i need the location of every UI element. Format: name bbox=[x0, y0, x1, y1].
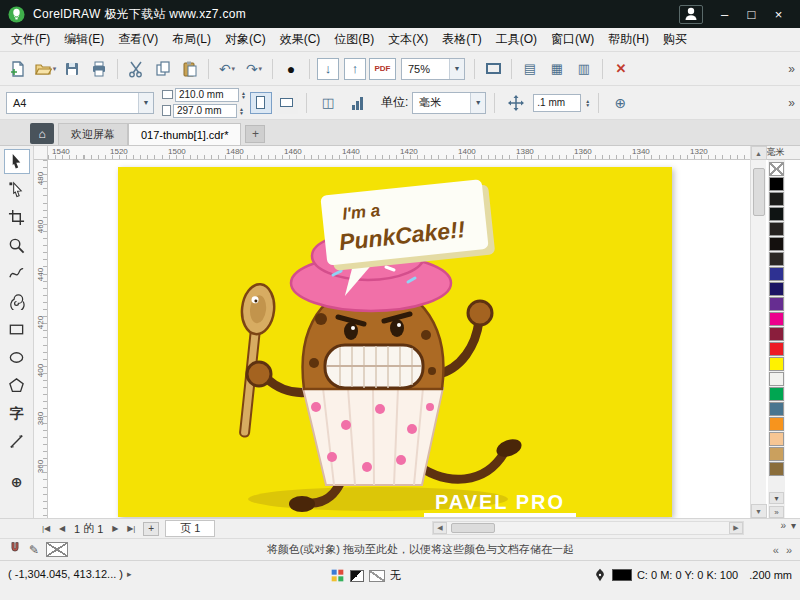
duplicate-distance-button[interactable]: ⊕ bbox=[607, 90, 633, 116]
menu-item-4[interactable]: 布局(L) bbox=[165, 28, 218, 51]
page-height-input[interactable]: 297.0 mm bbox=[173, 104, 237, 118]
next-page-button[interactable]: ▶ bbox=[107, 521, 123, 537]
palette-scroll-down-button[interactable]: ▾ bbox=[769, 492, 784, 504]
page-size-select[interactable]: A4 ▼ bbox=[6, 92, 154, 114]
text-tool[interactable]: 字 bbox=[4, 401, 30, 426]
color-swatch-13[interactable] bbox=[769, 357, 784, 371]
page-height-stepper[interactable]: ▲▼ bbox=[239, 107, 244, 115]
drawing-canvas[interactable]: I'm a PunkCake!! PAVEL PRO bbox=[48, 160, 750, 518]
menu-item-8[interactable]: 文本(X) bbox=[381, 28, 435, 51]
fill-color-icon[interactable] bbox=[350, 570, 364, 582]
export-button[interactable]: ↑ bbox=[342, 56, 368, 82]
import-button[interactable]: ↓ bbox=[315, 56, 341, 82]
cut-button[interactable] bbox=[123, 56, 149, 82]
color-swatch-6[interactable] bbox=[769, 252, 784, 266]
vertical-ruler[interactable]: 480460440420400380360 bbox=[34, 160, 48, 518]
dimension-tool[interactable] bbox=[4, 429, 30, 454]
page-width-input[interactable]: 210.0 mm bbox=[175, 88, 239, 102]
paste-button[interactable] bbox=[177, 56, 203, 82]
menu-item-11[interactable]: 窗口(W) bbox=[544, 28, 601, 51]
color-swatch-1[interactable] bbox=[769, 177, 784, 191]
options-button[interactable]: ✕ bbox=[608, 56, 634, 82]
color-swatch-5[interactable] bbox=[769, 237, 784, 251]
property-bar-overflow-button[interactable]: » bbox=[788, 96, 795, 110]
palette-expand-button[interactable]: » bbox=[769, 506, 784, 518]
no-fill-icon[interactable] bbox=[369, 570, 385, 582]
show-grid-button[interactable]: ▦ bbox=[544, 56, 570, 82]
redo-button[interactable]: ↷▾ bbox=[241, 56, 267, 82]
horizontal-scroll-thumb[interactable] bbox=[451, 523, 495, 533]
vertical-scroll-track[interactable] bbox=[751, 160, 767, 504]
scroll-down-icon[interactable]: ▼ bbox=[751, 504, 767, 518]
color-swatch-11[interactable] bbox=[769, 327, 784, 341]
document-tab-2[interactable]: 017-thumb[1].cdr* bbox=[128, 123, 241, 145]
menu-item-6[interactable]: 效果(C) bbox=[273, 28, 328, 51]
show-guidelines-button[interactable]: ▥ bbox=[571, 56, 597, 82]
color-swatch-8[interactable] bbox=[769, 282, 784, 296]
color-swatch-15[interactable] bbox=[769, 387, 784, 401]
save-button[interactable] bbox=[59, 56, 85, 82]
menu-item-9[interactable]: 表格(T) bbox=[435, 28, 488, 51]
color-swatch-20[interactable] bbox=[769, 462, 784, 476]
color-swatch-16[interactable] bbox=[769, 402, 784, 416]
landscape-button[interactable] bbox=[276, 92, 298, 114]
color-swatch-2[interactable] bbox=[769, 192, 784, 206]
no-color-swatch[interactable] bbox=[769, 162, 784, 176]
all-pages-button[interactable] bbox=[345, 90, 371, 116]
menu-item-13[interactable]: 购买 bbox=[656, 28, 694, 51]
scroll-left-icon[interactable]: ◀ bbox=[433, 522, 447, 534]
color-swatch-14[interactable] bbox=[769, 372, 784, 386]
toolbar-overflow-button[interactable]: » bbox=[788, 62, 795, 76]
pencil-icon[interactable]: ✎ bbox=[29, 543, 39, 557]
vertical-scroll-thumb[interactable] bbox=[753, 168, 765, 216]
account-icon[interactable] bbox=[679, 5, 703, 24]
menu-item-5[interactable]: 对象(C) bbox=[218, 28, 273, 51]
palette-scroll-right-button[interactable]: » bbox=[786, 544, 792, 556]
magnet-icon[interactable] bbox=[8, 541, 22, 558]
color-swatch-10[interactable] bbox=[769, 312, 784, 326]
crop-tool[interactable] bbox=[4, 205, 30, 230]
scroll-right-icon[interactable]: ▶ bbox=[729, 522, 743, 534]
ellipse-tool[interactable] bbox=[4, 345, 30, 370]
zoom-level-select[interactable]: 75% ▼ bbox=[401, 58, 465, 80]
portrait-button[interactable] bbox=[250, 92, 272, 114]
color-swatch-7[interactable] bbox=[769, 267, 784, 281]
undo-button[interactable]: ↶▾ bbox=[214, 56, 240, 82]
menu-item-3[interactable]: 查看(V) bbox=[111, 28, 165, 51]
open-document-button[interactable]: ▾ bbox=[32, 56, 58, 82]
horizontal-scrollbar[interactable]: ◀ ▶ bbox=[432, 521, 744, 535]
current-page-button[interactable]: ◫ bbox=[315, 90, 341, 116]
show-rulers-button[interactable]: ▤ bbox=[517, 56, 543, 82]
color-swatch-3[interactable] bbox=[769, 207, 784, 221]
color-swatch-4[interactable] bbox=[769, 222, 784, 236]
new-tab-button[interactable]: + bbox=[245, 125, 265, 143]
minimize-button[interactable]: – bbox=[711, 3, 738, 25]
color-swatch-17[interactable] bbox=[769, 417, 784, 431]
artwork-image[interactable]: I'm a PunkCake!! PAVEL PRO bbox=[118, 167, 672, 517]
palette-down-button[interactable]: ▾ bbox=[791, 520, 796, 531]
freehand-tool[interactable] bbox=[4, 261, 30, 286]
close-button[interactable]: × bbox=[765, 3, 792, 25]
page-width-stepper[interactable]: ▲▼ bbox=[241, 91, 246, 99]
print-button[interactable] bbox=[86, 56, 112, 82]
menu-item-1[interactable]: 文件(F) bbox=[4, 28, 57, 51]
previous-page-button[interactable]: ◀ bbox=[54, 521, 70, 537]
pen-nib-icon[interactable] bbox=[593, 568, 607, 582]
palette-more-button[interactable]: » bbox=[780, 520, 786, 531]
new-document-button[interactable] bbox=[5, 56, 31, 82]
palette-scroll-left-button[interactable]: « bbox=[773, 544, 779, 556]
first-page-button[interactable]: |◀ bbox=[38, 521, 54, 537]
menu-item-2[interactable]: 编辑(E) bbox=[57, 28, 111, 51]
vertical-scrollbar[interactable]: ▲ ▼ bbox=[750, 146, 766, 518]
welcome-home-button[interactable]: ⌂ bbox=[30, 123, 54, 144]
app-launcher-icon[interactable]: ● bbox=[278, 56, 304, 82]
rectangle-tool[interactable] bbox=[4, 317, 30, 342]
units-select[interactable]: 毫米 ▼ bbox=[412, 92, 486, 114]
menu-item-10[interactable]: 工具(O) bbox=[489, 28, 544, 51]
nudge-stepper[interactable]: ▲▼ bbox=[585, 99, 590, 107]
document-tab-1[interactable]: 欢迎屏幕 bbox=[58, 123, 128, 145]
menu-item-7[interactable]: 位图(B) bbox=[327, 28, 381, 51]
copy-button[interactable] bbox=[150, 56, 176, 82]
document-palette-icon[interactable] bbox=[330, 568, 345, 583]
fullscreen-preview-button[interactable] bbox=[480, 56, 506, 82]
